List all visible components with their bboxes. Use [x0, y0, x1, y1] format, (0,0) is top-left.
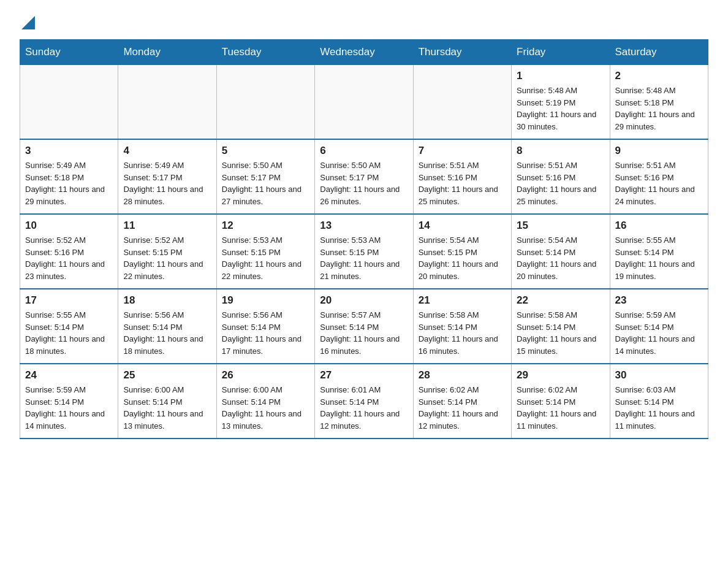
day-number: 25: [123, 369, 211, 381]
calendar-cell: 21Sunrise: 5:58 AMSunset: 5:14 PMDayligh…: [413, 289, 511, 364]
day-number: 2: [615, 70, 703, 82]
weekday-header-saturday: Saturday: [610, 40, 708, 65]
sun-info: Sunrise: 5:53 AMSunset: 5:15 PMDaylight:…: [222, 234, 309, 282]
calendar-table: SundayMondayTuesdayWednesdayThursdayFrid…: [20, 39, 708, 439]
calendar-cell: 17Sunrise: 5:55 AMSunset: 5:14 PMDayligh…: [20, 289, 118, 364]
calendar-cell: [315, 65, 413, 140]
day-number: 13: [320, 220, 408, 232]
day-number: 24: [25, 369, 113, 381]
calendar-cell: 30Sunrise: 6:03 AMSunset: 5:14 PMDayligh…: [610, 364, 708, 439]
sun-info: Sunrise: 6:01 AMSunset: 5:14 PMDaylight:…: [320, 384, 408, 432]
calendar-cell: 15Sunrise: 5:54 AMSunset: 5:14 PMDayligh…: [512, 214, 610, 289]
weekday-header-friday: Friday: [512, 40, 610, 65]
weekday-header-wednesday: Wednesday: [315, 40, 413, 65]
day-number: 16: [615, 220, 703, 232]
weekday-header-row: SundayMondayTuesdayWednesdayThursdayFrid…: [20, 40, 708, 65]
calendar-cell: 4Sunrise: 5:49 AMSunset: 5:17 PMDaylight…: [118, 139, 216, 214]
sun-info: Sunrise: 6:00 AMSunset: 5:14 PMDaylight:…: [123, 384, 211, 432]
calendar-cell: 18Sunrise: 5:56 AMSunset: 5:14 PMDayligh…: [118, 289, 216, 364]
sun-info: Sunrise: 6:02 AMSunset: 5:14 PMDaylight:…: [419, 384, 506, 432]
weekday-header-monday: Monday: [118, 40, 216, 65]
day-number: 19: [222, 294, 309, 307]
calendar-week-row: 10Sunrise: 5:52 AMSunset: 5:16 PMDayligh…: [20, 214, 708, 289]
day-number: 8: [517, 145, 604, 157]
svg-marker-0: [21, 16, 35, 29]
day-number: 17: [25, 294, 113, 307]
day-number: 14: [419, 220, 506, 232]
calendar-cell: 23Sunrise: 5:59 AMSunset: 5:14 PMDayligh…: [610, 289, 708, 364]
calendar-cell: 11Sunrise: 5:52 AMSunset: 5:15 PMDayligh…: [118, 214, 216, 289]
day-number: 27: [320, 369, 408, 381]
sun-info: Sunrise: 5:56 AMSunset: 5:14 PMDaylight:…: [222, 309, 309, 357]
sun-info: Sunrise: 5:55 AMSunset: 5:14 PMDaylight:…: [615, 234, 703, 282]
day-number: 15: [517, 220, 604, 232]
day-number: 1: [517, 70, 604, 82]
sun-info: Sunrise: 5:49 AMSunset: 5:17 PMDaylight:…: [123, 159, 211, 207]
calendar-cell: 3Sunrise: 5:49 AMSunset: 5:18 PMDaylight…: [20, 139, 118, 214]
calendar-cell: 8Sunrise: 5:51 AMSunset: 5:16 PMDaylight…: [512, 139, 610, 214]
calendar-cell: [20, 65, 118, 140]
sun-info: Sunrise: 5:58 AMSunset: 5:14 PMDaylight:…: [419, 309, 506, 357]
sun-info: Sunrise: 5:54 AMSunset: 5:14 PMDaylight:…: [517, 234, 604, 282]
day-number: 5: [222, 145, 309, 157]
sun-info: Sunrise: 5:51 AMSunset: 5:16 PMDaylight:…: [517, 159, 604, 207]
day-number: 7: [419, 145, 506, 157]
calendar-week-row: 24Sunrise: 5:59 AMSunset: 5:14 PMDayligh…: [20, 364, 708, 439]
day-number: 18: [123, 294, 211, 307]
sun-info: Sunrise: 5:54 AMSunset: 5:15 PMDaylight:…: [419, 234, 506, 282]
weekday-header-thursday: Thursday: [413, 40, 511, 65]
calendar-cell: [118, 65, 216, 140]
calendar-week-row: 17Sunrise: 5:55 AMSunset: 5:14 PMDayligh…: [20, 289, 708, 364]
calendar-cell: 28Sunrise: 6:02 AMSunset: 5:14 PMDayligh…: [413, 364, 511, 439]
calendar-week-row: 3Sunrise: 5:49 AMSunset: 5:18 PMDaylight…: [20, 139, 708, 214]
sun-info: Sunrise: 5:48 AMSunset: 5:18 PMDaylight:…: [615, 85, 703, 132]
logo: [20, 15, 35, 29]
sun-info: Sunrise: 5:56 AMSunset: 5:14 PMDaylight:…: [123, 309, 211, 357]
calendar-cell: 13Sunrise: 5:53 AMSunset: 5:15 PMDayligh…: [315, 214, 413, 289]
calendar-week-row: 1Sunrise: 5:48 AMSunset: 5:19 PMDaylight…: [20, 65, 708, 140]
day-number: 20: [320, 294, 408, 307]
calendar-cell: [413, 65, 511, 140]
calendar-cell: 20Sunrise: 5:57 AMSunset: 5:14 PMDayligh…: [315, 289, 413, 364]
day-number: 26: [222, 369, 309, 381]
sun-info: Sunrise: 5:58 AMSunset: 5:14 PMDaylight:…: [517, 309, 604, 357]
calendar-cell: 5Sunrise: 5:50 AMSunset: 5:17 PMDaylight…: [216, 139, 314, 214]
day-number: 4: [123, 145, 211, 157]
calendar-cell: 10Sunrise: 5:52 AMSunset: 5:16 PMDayligh…: [20, 214, 118, 289]
day-number: 28: [419, 369, 506, 381]
sun-info: Sunrise: 5:52 AMSunset: 5:15 PMDaylight:…: [123, 234, 211, 282]
day-number: 29: [517, 369, 604, 381]
calendar-cell: 29Sunrise: 6:02 AMSunset: 5:14 PMDayligh…: [512, 364, 610, 439]
sun-info: Sunrise: 5:51 AMSunset: 5:16 PMDaylight:…: [615, 159, 703, 207]
calendar-cell: 16Sunrise: 5:55 AMSunset: 5:14 PMDayligh…: [610, 214, 708, 289]
day-number: 30: [615, 369, 703, 381]
sun-info: Sunrise: 5:53 AMSunset: 5:15 PMDaylight:…: [320, 234, 408, 282]
logo-triangle-icon: [21, 16, 35, 29]
weekday-header-sunday: Sunday: [20, 40, 118, 65]
calendar-cell: [216, 65, 314, 140]
sun-info: Sunrise: 5:49 AMSunset: 5:18 PMDaylight:…: [25, 159, 113, 207]
calendar-cell: 25Sunrise: 6:00 AMSunset: 5:14 PMDayligh…: [118, 364, 216, 439]
sun-info: Sunrise: 5:59 AMSunset: 5:14 PMDaylight:…: [25, 384, 113, 432]
weekday-header-tuesday: Tuesday: [216, 40, 314, 65]
sun-info: Sunrise: 5:59 AMSunset: 5:14 PMDaylight:…: [615, 309, 703, 357]
calendar-cell: 27Sunrise: 6:01 AMSunset: 5:14 PMDayligh…: [315, 364, 413, 439]
sun-info: Sunrise: 6:00 AMSunset: 5:14 PMDaylight:…: [222, 384, 309, 432]
calendar-cell: 22Sunrise: 5:58 AMSunset: 5:14 PMDayligh…: [512, 289, 610, 364]
calendar-cell: 12Sunrise: 5:53 AMSunset: 5:15 PMDayligh…: [216, 214, 314, 289]
sun-info: Sunrise: 5:57 AMSunset: 5:14 PMDaylight:…: [320, 309, 408, 357]
day-number: 21: [419, 294, 506, 307]
day-number: 9: [615, 145, 703, 157]
calendar-cell: 26Sunrise: 6:00 AMSunset: 5:14 PMDayligh…: [216, 364, 314, 439]
sun-info: Sunrise: 5:50 AMSunset: 5:17 PMDaylight:…: [320, 159, 408, 207]
sun-info: Sunrise: 5:52 AMSunset: 5:16 PMDaylight:…: [25, 234, 113, 282]
day-number: 22: [517, 294, 604, 307]
sun-info: Sunrise: 6:02 AMSunset: 5:14 PMDaylight:…: [517, 384, 604, 432]
day-number: 23: [615, 294, 703, 307]
sun-info: Sunrise: 5:50 AMSunset: 5:17 PMDaylight:…: [222, 159, 309, 207]
calendar-cell: 6Sunrise: 5:50 AMSunset: 5:17 PMDaylight…: [315, 139, 413, 214]
calendar-cell: 9Sunrise: 5:51 AMSunset: 5:16 PMDaylight…: [610, 139, 708, 214]
day-number: 3: [25, 145, 113, 157]
day-number: 12: [222, 220, 309, 232]
calendar-cell: 2Sunrise: 5:48 AMSunset: 5:18 PMDaylight…: [610, 65, 708, 140]
